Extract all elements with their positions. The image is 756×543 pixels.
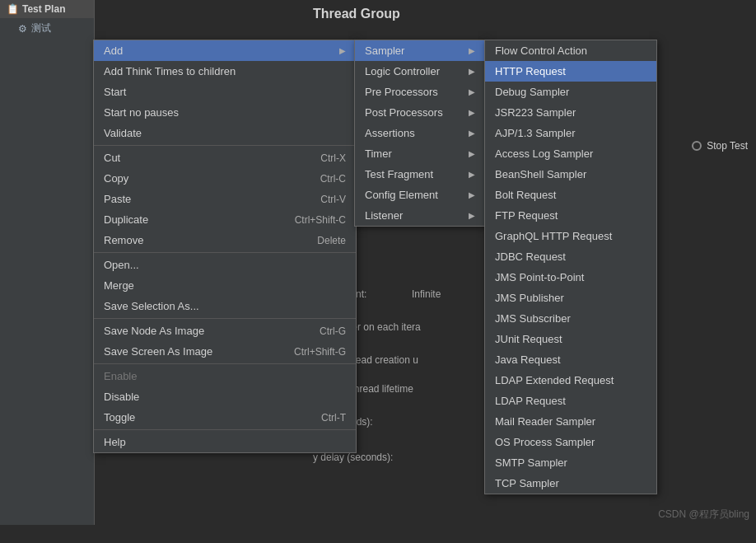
menu-item-save-screen-image[interactable]: Save Screen As ImageCtrl+Shift-G [94,341,356,362]
sampler-item-tcp-sampler[interactable]: TCP Sampler [485,473,656,494]
sampler-item-smtp-sampler[interactable]: SMTP Sampler [485,452,656,473]
testplan-icon: 📋 [7,3,19,15]
sampler-label-os-process: OS Process Sampler [495,436,595,448]
sampler-label-mail-reader: Mail Reader Sampler [495,415,595,428]
arrow-icon-post-processors: ▶ [469,108,475,117]
sampler-label-jms-subscriber: JMS Subscriber [495,312,571,325]
menu-item-add[interactable]: Add▶ [94,40,356,61]
menu-item-label-add: Add [104,44,123,57]
sampler-item-jsr223-sampler[interactable]: JSR223 Sampler [485,102,656,123]
sidebar: 📋 Test Plan ⚙ 测试 [0,0,95,525]
menu-item-label-save-screen-image: Save Screen As Image [104,345,212,358]
test-plan-label: Test Plan [22,3,65,15]
sampler-item-jms-point[interactable]: JMS Point-to-Point [485,267,656,288]
sampler-item-junit-request[interactable]: JUnit Request [485,329,656,349]
sampler-item-graphql-http[interactable]: GraphQL HTTP Request [485,226,656,246]
sampler-label-java-request: Java Request [495,353,561,366]
arrow-icon-sampler: ▶ [469,46,475,55]
gear-icon: ⚙ [16,23,28,35]
menu-item-label-duplicate: Duplicate [104,213,148,226]
menu-item-label-validate: Validate [104,127,142,139]
submenu-item-timer[interactable]: Timer▶ [355,143,485,164]
sampler-item-jdbc-request[interactable]: JDBC Request [485,246,656,267]
sampler-item-debug-sampler[interactable]: Debug Sampler [485,82,656,102]
sampler-item-http-request[interactable]: HTTP Request [485,61,656,82]
menu-item-label-save-node-image: Save Node As Image [104,325,204,337]
sampler-label-smtp-sampler: SMTP Sampler [495,456,567,469]
watermark-text: CSDN @程序员bling [658,508,749,520]
menu-item-label-copy: Copy [104,172,128,185]
arrow-icon-assertions: ▶ [469,129,475,138]
menu-item-open[interactable]: Open... [94,255,356,275]
shortcut-remove: Delete [317,235,346,246]
sampler-label-access-log: Access Log Sampler [495,147,593,160]
menu-item-toggle[interactable]: ToggleCtrl-T [94,407,356,428]
sampler-item-mail-reader[interactable]: Mail Reader Sampler [485,411,656,432]
stop-test-radio[interactable] [692,141,702,151]
sampler-label-graphql-http: GraphQL HTTP Request [495,230,612,242]
sampler-item-flow-control[interactable]: Flow Control Action [485,40,656,61]
sampler-item-ldap-request[interactable]: LDAP Request [485,391,656,411]
submenu-item-test-fragment[interactable]: Test Fragment▶ [355,164,485,185]
shortcut-duplicate: Ctrl+Shift-C [295,214,346,226]
sampler-item-ftp-request[interactable]: FTP Request [485,205,656,226]
menu-item-paste[interactable]: PasteCtrl-V [94,189,356,209]
shortcut-save-node-image: Ctrl-G [320,325,346,337]
arrow-icon-logic-controller: ▶ [469,67,475,76]
menu-item-remove[interactable]: RemoveDelete [94,230,356,250]
menu-item-label-open: Open... [104,259,139,271]
submenu-item-logic-controller[interactable]: Logic Controller▶ [355,61,485,82]
submenu-item-listener[interactable]: Listener▶ [355,205,485,226]
arrow-icon-add: ▶ [339,46,346,55]
stop-test-label: Stop Test [707,140,748,152]
arrow-icon-config-element: ▶ [469,190,475,199]
sampler-label-junit-request: JUnit Request [495,333,562,345]
menu-item-start[interactable]: Start [94,82,356,102]
submenu-item-post-processors[interactable]: Post Processors▶ [355,102,485,123]
sampler-label-flow-control: Flow Control Action [495,44,587,57]
menu-item-label-remove: Remove [104,234,143,246]
menu-divider [94,318,356,319]
sampler-label-bolt-request: Bolt Request [495,189,556,201]
submenu-item-sampler[interactable]: Sampler▶ [355,40,485,61]
submenu-item-assertions[interactable]: Assertions▶ [355,123,485,143]
shortcut-paste: Ctrl-V [320,194,346,205]
menu-item-help[interactable]: Help [94,432,356,452]
menu-item-save-node-image[interactable]: Save Node As ImageCtrl-G [94,321,356,341]
menu-item-cut[interactable]: CutCtrl-X [94,147,356,168]
menu-item-start-no-pauses[interactable]: Start no pauses [94,102,356,123]
sampler-item-access-log[interactable]: Access Log Sampler [485,143,656,164]
sampler-item-ajp-sampler[interactable]: AJP/1.3 Sampler [485,123,656,143]
shortcut-copy: Ctrl-C [320,173,346,185]
menu-item-save-selection[interactable]: Save Selection As... [94,296,356,316]
sampler-item-bolt-request[interactable]: Bolt Request [485,185,656,205]
submenu-label-sampler: Sampler [365,44,404,57]
sampler-label-tcp-sampler: TCP Sampler [495,477,559,489]
menu-item-label-start-no-pauses: Start no pauses [104,106,179,119]
menu-item-disable[interactable]: Disable [94,386,356,407]
app-body: 📋 Test Plan ⚙ 测试 Thread Group Stop Test … [0,0,756,525]
ceshi-label: 测试 [31,21,51,35]
menu-item-copy[interactable]: CopyCtrl-C [94,168,356,189]
submenu-label-config-element: Config Element [365,189,438,201]
menu-item-duplicate[interactable]: DuplicateCtrl+Shift-C [94,209,356,230]
sampler-item-jms-publisher[interactable]: JMS Publisher [485,288,656,308]
watermark: CSDN @程序员bling [658,508,749,522]
sampler-item-os-process[interactable]: OS Process Sampler [485,432,656,452]
sidebar-test-plan[interactable]: 📋 Test Plan [0,0,94,18]
menu-item-validate[interactable]: Validate [94,123,356,143]
sampler-label-ldap-request: LDAP Request [495,395,566,407]
sampler-item-jms-subscriber[interactable]: JMS Subscriber [485,308,656,329]
arrow-icon-pre-processors: ▶ [469,87,475,96]
menu-item-label-cut: Cut [104,152,120,164]
sampler-label-ldap-extended: LDAP Extended Request [495,374,614,386]
sampler-item-java-request[interactable]: Java Request [485,349,656,370]
menu-item-add-think-times[interactable]: Add Think Times to children [94,61,356,82]
submenu-item-config-element[interactable]: Config Element▶ [355,185,485,205]
menu-divider [94,363,356,364]
submenu-item-pre-processors[interactable]: Pre Processors▶ [355,82,485,102]
sampler-item-ldap-extended[interactable]: LDAP Extended Request [485,370,656,391]
sampler-item-beanshell-sampler[interactable]: BeanShell Sampler [485,164,656,185]
sidebar-ceshi[interactable]: ⚙ 测试 [0,18,94,39]
menu-item-merge[interactable]: Merge [94,275,356,296]
